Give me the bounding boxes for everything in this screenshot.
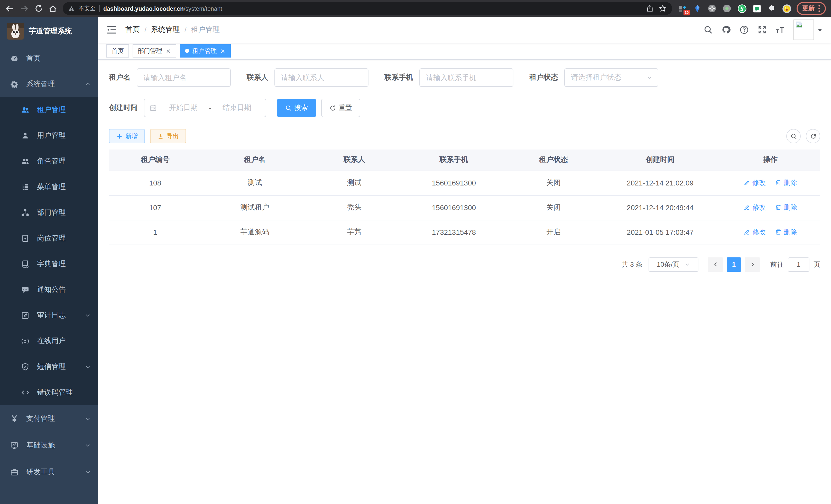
table-toolbar: 新增 导出 bbox=[109, 129, 820, 143]
page-number-current[interactable]: 1 bbox=[727, 257, 741, 271]
edit-link[interactable]: 修改 bbox=[744, 203, 766, 212]
url-text[interactable]: dashboard.yudao.iocoder.cn/system/tenant bbox=[103, 5, 222, 11]
sidebar-item-notice[interactable]: 通知公告 bbox=[0, 277, 98, 303]
extension-clover-icon[interactable] bbox=[707, 4, 717, 13]
table-row: 107 测试租户 秃头 15601691300 关闭 2021-12-14 20… bbox=[109, 195, 820, 220]
bookmark-star-icon[interactable] bbox=[658, 4, 667, 13]
sidebar-item-pay[interactable]: 支付管理 bbox=[0, 405, 98, 432]
breadcrumb-separator: / bbox=[184, 26, 187, 34]
prev-page-button[interactable] bbox=[708, 257, 723, 271]
table-row: 1 芋道源码 芋艿 17321315478 开启 2021-01-05 17:0… bbox=[109, 220, 820, 244]
font-size-icon[interactable] bbox=[775, 25, 785, 34]
page-unit-label: 页 bbox=[813, 260, 820, 269]
add-button[interactable]: 新增 bbox=[109, 129, 145, 143]
refresh-table-button[interactable] bbox=[806, 129, 820, 143]
delete-label: 删除 bbox=[784, 203, 797, 212]
browser-reload-icon[interactable] bbox=[34, 4, 43, 13]
sidebar-item-online-user[interactable]: 在线用户 bbox=[0, 328, 98, 354]
tag-tenant-active[interactable]: 租户管理 bbox=[180, 44, 231, 58]
sidebar-item-label: 角色管理 bbox=[37, 157, 66, 166]
edit-label: 修改 bbox=[752, 228, 766, 237]
profile-avatar-icon[interactable] bbox=[782, 4, 792, 13]
export-button[interactable]: 导出 bbox=[150, 129, 186, 143]
sidebar-item-label: 审计日志 bbox=[37, 311, 66, 320]
address-bar[interactable]: 不安全 dashboard.yudao.iocoder.cn/system/te… bbox=[63, 2, 672, 15]
sidebar-item-menu[interactable]: 菜单管理 bbox=[0, 174, 98, 200]
phone-input[interactable] bbox=[419, 68, 513, 87]
page-size-select[interactable]: 10条/页 bbox=[649, 257, 698, 271]
sidebar-collapse-icon[interactable] bbox=[106, 25, 117, 35]
fullscreen-icon[interactable] bbox=[757, 25, 767, 34]
goto-page-input[interactable] bbox=[788, 257, 809, 271]
extensions-puzzle-icon[interactable] bbox=[767, 4, 776, 13]
toggle-search-button[interactable] bbox=[786, 129, 801, 143]
sidebar-item-audit-log[interactable]: 审计日志 bbox=[0, 303, 98, 328]
sidebar-item-home[interactable]: 首页 bbox=[0, 46, 98, 71]
sidebar-item-error-code[interactable]: 错误码管理 bbox=[0, 380, 98, 405]
sidebar-item-role[interactable]: 角色管理 bbox=[0, 148, 98, 174]
edit-link[interactable]: 修改 bbox=[744, 228, 766, 237]
breadcrumb: 首页 / 系统管理 / 租户管理 bbox=[125, 25, 220, 34]
extension-chat-icon[interactable] bbox=[752, 4, 762, 13]
delete-link[interactable]: 删除 bbox=[775, 178, 797, 187]
tag-dept[interactable]: 部门管理 bbox=[133, 44, 176, 58]
share-icon[interactable] bbox=[645, 4, 654, 13]
filter-label: 创建时间 bbox=[109, 103, 138, 113]
delete-link[interactable]: 删除 bbox=[775, 203, 797, 212]
date-range-picker[interactable]: 开始日期 - 结束日期 bbox=[144, 99, 266, 117]
browser-home-icon[interactable] bbox=[48, 4, 58, 13]
extension-tab-manager-icon[interactable]: 10 bbox=[677, 4, 687, 13]
delete-link[interactable]: 删除 bbox=[775, 228, 797, 237]
sidebar-item-dev-tools[interactable]: 研发工具 bbox=[0, 459, 98, 485]
help-icon[interactable] bbox=[740, 25, 749, 34]
search-icon bbox=[285, 105, 292, 111]
cell-contact: 秃头 bbox=[308, 195, 401, 220]
sidebar-item-dict[interactable]: 字典管理 bbox=[0, 251, 98, 277]
gear-icon bbox=[10, 80, 19, 88]
contact-input[interactable] bbox=[275, 68, 369, 87]
search-button[interactable]: 搜索 bbox=[277, 99, 316, 117]
next-page-button[interactable] bbox=[745, 257, 760, 271]
sidebar-item-user[interactable]: 用户管理 bbox=[0, 123, 98, 148]
sidebar-item-infra[interactable]: 基础设施 bbox=[0, 432, 98, 459]
date-separator: - bbox=[207, 104, 213, 112]
extension-kite-icon[interactable] bbox=[692, 4, 702, 13]
cell-tenant-id: 107 bbox=[109, 195, 201, 220]
cell-tenant-id: 1 bbox=[109, 220, 201, 244]
security-label[interactable]: 不安全 bbox=[79, 5, 95, 12]
logo-rabbit-image bbox=[7, 23, 24, 39]
github-icon[interactable] bbox=[721, 25, 731, 34]
tag-home[interactable]: 首页 bbox=[106, 44, 129, 58]
sidebar-item-sms[interactable]: 短信管理 bbox=[0, 354, 98, 380]
sidebar-item-label: 岗位管理 bbox=[37, 234, 66, 243]
refresh-icon bbox=[329, 105, 336, 111]
extension-yuque-icon[interactable] bbox=[737, 4, 747, 13]
reset-button[interactable]: 重置 bbox=[321, 99, 360, 117]
sidebar-item-tenant[interactable]: 租户管理 bbox=[0, 97, 98, 123]
tenant-name-input[interactable] bbox=[137, 68, 231, 87]
browser-back-icon[interactable] bbox=[5, 4, 15, 13]
sidebar-logo[interactable]: 芋道管理系统 bbox=[0, 17, 98, 46]
sidebar-item-post[interactable]: 岗位管理 bbox=[0, 226, 98, 251]
close-icon[interactable] bbox=[166, 48, 171, 54]
browser-update-button[interactable]: 更新 bbox=[797, 2, 826, 15]
chevron-down-icon bbox=[685, 262, 690, 267]
header-search-icon[interactable] bbox=[704, 25, 713, 34]
sidebar-item-system[interactable]: 系统管理 bbox=[0, 71, 98, 97]
sidebar-item-label: 租户管理 bbox=[37, 105, 66, 115]
sidebar-item-dept[interactable]: 部门管理 bbox=[0, 200, 98, 226]
sidebar-item-label: 部门管理 bbox=[37, 208, 66, 217]
status-select[interactable]: 请选择租户状态 bbox=[564, 68, 658, 87]
edit-link[interactable]: 修改 bbox=[744, 178, 766, 187]
close-icon[interactable] bbox=[220, 48, 226, 54]
menu-tree-icon bbox=[21, 183, 29, 191]
audit-log-icon bbox=[21, 312, 29, 320]
breadcrumb-item[interactable]: 首页 bbox=[125, 25, 140, 34]
extension-gray-circle-icon[interactable] bbox=[722, 4, 732, 13]
breadcrumb-item[interactable]: 系统管理 bbox=[151, 25, 180, 34]
user-avatar[interactable] bbox=[794, 20, 823, 40]
browser-forward-icon[interactable] bbox=[20, 4, 29, 13]
sms-shield-icon bbox=[21, 363, 29, 371]
security-warning-icon[interactable] bbox=[68, 5, 75, 12]
table-row: 108 测试 测试 15601691300 关闭 2021-12-14 21:0… bbox=[109, 171, 820, 195]
